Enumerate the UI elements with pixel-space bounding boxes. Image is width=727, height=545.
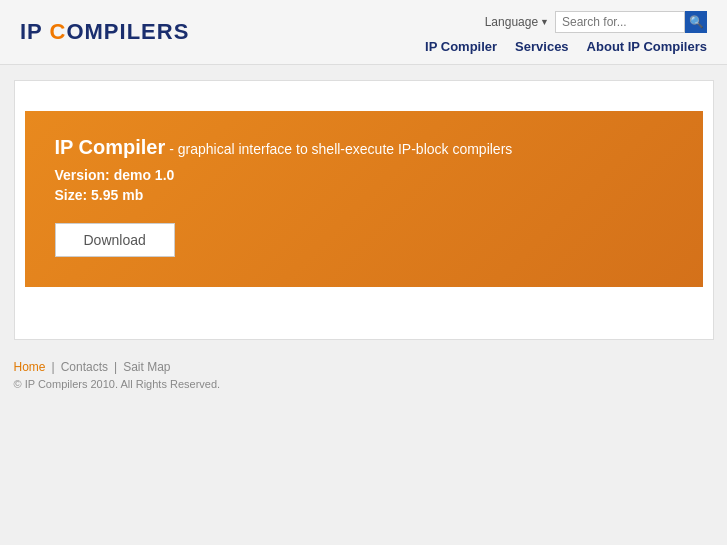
nav-ip-compiler[interactable]: IP Compiler <box>425 39 497 54</box>
logo-area: IP COMPILERS <box>20 19 189 45</box>
header-right: Language ▼ 🔍 IP Compiler Services About … <box>425 11 707 54</box>
spacer-bottom <box>25 295 703 307</box>
download-card: IP Compiler - graphical interface to she… <box>25 111 703 287</box>
footer-link-contacts[interactable]: Contacts <box>61 360 108 374</box>
app-size: Size: 5.95 mb <box>55 187 673 203</box>
header: IP COMPILERS Language ▼ 🔍 IP Compiler Se… <box>0 0 727 65</box>
nav-bar: IP Compiler Services About IP Compilers <box>425 39 707 54</box>
footer-link-saitmap[interactable]: Sait Map <box>123 360 170 374</box>
footer-links: Home | Contacts | Sait Map <box>14 360 714 374</box>
search-input[interactable] <box>555 11 685 33</box>
footer-separator-2: | <box>114 360 117 374</box>
search-button[interactable]: 🔍 <box>685 11 707 33</box>
nav-about[interactable]: About IP Compilers <box>587 39 707 54</box>
search-icon: 🔍 <box>689 15 704 29</box>
app-title-row: IP Compiler - graphical interface to she… <box>55 136 673 159</box>
footer-separator-1: | <box>52 360 55 374</box>
footer-link-home[interactable]: Home <box>14 360 46 374</box>
app-version: Version: demo 1.0 <box>55 167 673 183</box>
spacer-top <box>25 91 703 103</box>
language-label: Language <box>485 15 538 29</box>
app-title: IP Compiler <box>55 136 166 158</box>
download-button[interactable]: Download <box>55 223 175 257</box>
main-wrapper: IP Compiler - graphical interface to she… <box>14 80 714 340</box>
copyright: © IP Compilers 2010. All Rights Reserved… <box>14 378 714 390</box>
search-container: 🔍 <box>555 11 707 33</box>
top-bar: Language ▼ 🔍 <box>485 11 707 33</box>
language-selector[interactable]: Language ▼ <box>485 15 549 29</box>
nav-services[interactable]: Services <box>515 39 569 54</box>
chevron-down-icon: ▼ <box>540 17 549 27</box>
logo: IP COMPILERS <box>20 19 189 45</box>
app-subtitle: - graphical interface to shell-execute I… <box>165 141 512 157</box>
footer-area: Home | Contacts | Sait Map © IP Compiler… <box>14 355 714 395</box>
